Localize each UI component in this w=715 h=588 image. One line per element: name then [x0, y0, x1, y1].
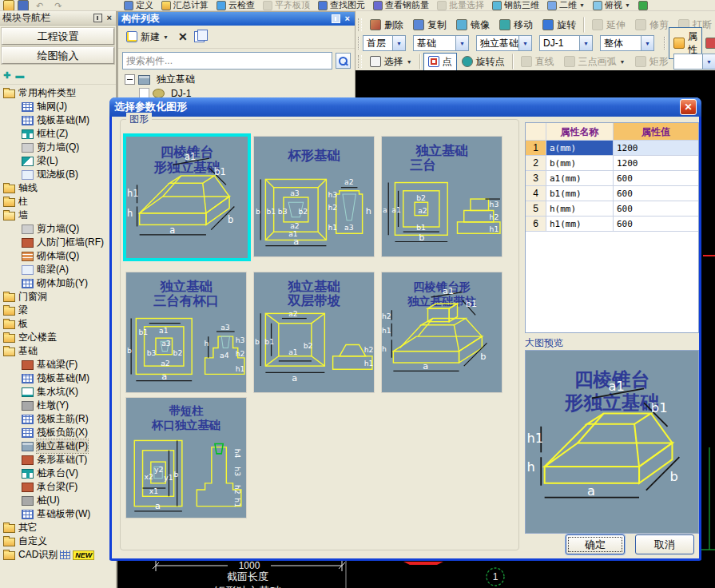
tree-item[interactable]: 其它: [0, 521, 116, 534]
tree-item[interactable]: 筏板基础(M): [0, 113, 116, 127]
context-combobox[interactable]: 整体 ▼: [600, 35, 654, 51]
tree-item[interactable]: 轴线: [0, 181, 116, 195]
pin-icon[interactable]: [332, 14, 340, 23]
copy-component-icon[interactable]: [194, 31, 205, 42]
table-row[interactable]: 5 h(mm) 600: [526, 201, 698, 217]
draw-tool-button[interactable]: 点 ▼: [423, 53, 457, 71]
toolbar-button[interactable]: 移动 ▼: [495, 16, 538, 34]
drawing-input-button[interactable]: 绘图输入: [2, 47, 114, 64]
delete-component-icon[interactable]: ✕: [178, 30, 188, 43]
toolbar-button[interactable]: 俯视 ▼: [589, 0, 634, 10]
toolbar-button[interactable]: 镜像 ▼: [451, 16, 495, 34]
undo-button[interactable]: ↶▼: [32, 0, 47, 11]
tree-item[interactable]: 轴网(J): [0, 100, 116, 113]
collapse-all-icon[interactable]: ▬: [15, 71, 24, 79]
open-folder-icon[interactable]: [3, 0, 14, 11]
cad-canvas-bottom[interactable]: 1000 截面长度 矩形独立基础 1: [117, 559, 701, 588]
toolbar-button[interactable]: 查看钢筋量 ▼: [369, 0, 433, 10]
tree-item[interactable]: 框柱(Z): [0, 127, 116, 141]
toolbar-button[interactable]: 批量选择 ▼: [433, 0, 488, 10]
dialog-title-bar[interactable]: 选择参数化图形 ✕: [109, 97, 701, 117]
table-row[interactable]: 4 b1(mm) 600: [526, 186, 698, 201]
property-value-cell[interactable]: 1200: [614, 141, 698, 156]
draw-tool-button[interactable]: 选择 ▼: [365, 53, 417, 71]
draw-tool-button[interactable]: 旋转点 ▼: [457, 53, 510, 71]
context-combobox[interactable]: 首层 ▼: [363, 35, 406, 51]
property-value-cell[interactable]: 600: [614, 217, 698, 232]
tree-item[interactable]: 柱墩(Y): [0, 399, 116, 412]
search-button[interactable]: [336, 53, 351, 69]
cancel-button[interactable]: 取消: [635, 534, 694, 554]
property-value-cell[interactable]: 600: [614, 171, 698, 186]
tree-item[interactable]: 板: [0, 317, 116, 331]
tree-item[interactable]: 桩承台(V): [0, 467, 116, 480]
thumb-short-column-cup-foundation[interactable]: 带短柱 杯口独立基础 x2 y2 y1 b x1 a h4 h3: [125, 397, 247, 518]
thumb-three-tier-foundation[interactable]: 独立基础 三台 a a1 b2 a2 b1 b h3 h2: [381, 136, 502, 257]
table-row[interactable]: 2 b(mm) 1200: [526, 156, 698, 171]
toolbar-button[interactable]: 定义 ▼: [120, 0, 157, 10]
tree-item[interactable]: 常用构件类型: [0, 86, 116, 100]
toolbar-button[interactable]: ▼: [634, 0, 654, 10]
thumb-pyramid-foundation[interactable]: 四棱锥台 形独立基础 a1 b1 h1 h a: [123, 133, 251, 261]
draw-tool-button[interactable]: ▼: [419, 54, 421, 70]
property-value-cell[interactable]: 1200: [614, 156, 698, 171]
tree-item[interactable]: 筏板基础(M): [0, 371, 116, 385]
draw-tool-button[interactable]: 矩形 ▼: [630, 53, 673, 71]
context-combobox[interactable]: 基础 ▼: [413, 35, 469, 51]
toolbar-button[interactable]: 汇总计算 ▼: [157, 0, 213, 10]
toolbar-button[interactable]: 云检查 ▼: [213, 0, 259, 10]
context-combobox[interactable]: DJ-1 ▼: [539, 35, 593, 51]
tree-item[interactable]: 筏板主筋(R): [0, 412, 116, 426]
tree-item[interactable]: 基础板带(W): [0, 507, 116, 521]
tree-item[interactable]: 剪力墙(Q): [0, 141, 116, 154]
tree-item[interactable]: 砌体加筋(Y): [0, 276, 116, 290]
close-icon[interactable]: ×: [105, 14, 113, 22]
search-input[interactable]: [122, 52, 332, 70]
redo-button[interactable]: ↷: [50, 0, 66, 11]
tree-item[interactable]: 暗梁(A): [0, 263, 116, 276]
close-icon[interactable]: ×: [344, 14, 352, 23]
thumb-pyramid-with-column-foundation[interactable]: 四棱锥台形 独立基础带柱 a1: [381, 272, 502, 393]
tree-item[interactable]: 条形基础(T): [0, 453, 116, 467]
tree-item[interactable]: 空心楼盖: [0, 331, 116, 344]
toolbar-grip[interactable]: [664, 37, 665, 50]
tree-item[interactable]: 承台梁(F): [0, 480, 116, 494]
draw-tool-button[interactable]: 三点画弧 ▼: [559, 53, 630, 71]
toolbar-grip[interactable]: [358, 18, 362, 31]
tree-item[interactable]: 自定义: [0, 534, 116, 548]
toolbar-button[interactable]: 二维 ▼: [543, 0, 589, 10]
draw-tool-button[interactable]: ▼: [512, 54, 514, 70]
toolbar-button[interactable]: 平齐板顶 ▼: [259, 0, 314, 10]
toolbar-button[interactable]: 修剪 ▼: [630, 16, 673, 34]
table-row[interactable]: 6 h1(mm) 600: [526, 217, 698, 232]
tree-item[interactable]: 柱: [0, 195, 116, 209]
draw-tool-button[interactable]: 直线 ▼: [516, 53, 559, 71]
context-combobox[interactable]: 独立基础 ▼: [476, 35, 532, 51]
tree-item[interactable]: 梁(L): [0, 154, 116, 168]
toolbar-button[interactable]: 钢筋三维 ▼: [488, 0, 543, 10]
save-icon[interactable]: [18, 0, 29, 11]
expand-all-icon[interactable]: ✚: [3, 71, 10, 79]
ok-button[interactable]: 确定: [566, 534, 625, 554]
toolbar-button[interactable]: ▼: [583, 17, 585, 33]
toolbar-button[interactable]: 查找图元 ▼: [314, 0, 369, 10]
tree-item[interactable]: 砌体墙(Q): [0, 249, 116, 263]
tree-item[interactable]: 墙: [0, 209, 116, 222]
tree-item[interactable]: 筏板负筋(X): [0, 426, 116, 439]
tree-item[interactable]: CAD识别 NEW: [0, 548, 116, 562]
tree-item[interactable]: 梁: [0, 304, 116, 317]
tree-item[interactable]: 现浇板(B): [0, 168, 116, 181]
property-value-cell[interactable]: 600: [614, 186, 698, 201]
thumb-cup-foundation[interactable]: 杯形基础 b b1 b3 b2 a3 a2 a1 a a2: [253, 136, 375, 257]
empty-combobox[interactable]: ▼: [673, 54, 715, 70]
toolbar-button[interactable]: 删除 ▼: [365, 16, 408, 34]
tree-item[interactable]: 人防门框墙(RF): [0, 236, 116, 249]
tree-item[interactable]: 基础梁(F): [0, 358, 116, 371]
project-settings-button[interactable]: 工程设置: [2, 28, 114, 45]
table-row[interactable]: 3 a1(mm) 600: [526, 171, 698, 186]
dialog-close-button[interactable]: ✕: [680, 99, 697, 115]
tree-item[interactable]: 剪力墙(Q): [0, 222, 116, 236]
component-tree-root[interactable]: 独立基础: [118, 73, 355, 86]
toolbar-grip[interactable]: [358, 55, 362, 68]
toolbar-button[interactable]: 旋转 ▼: [538, 16, 581, 34]
